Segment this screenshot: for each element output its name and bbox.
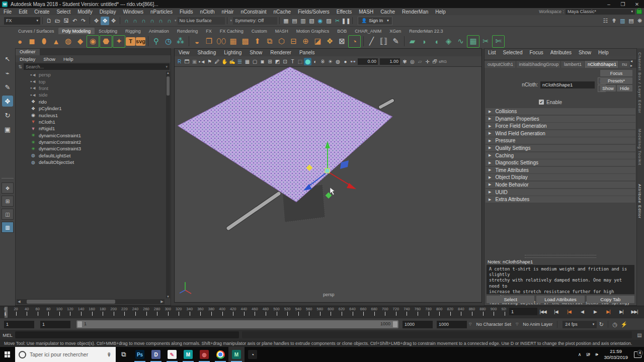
gamma-field[interactable]: 1.00: [380, 58, 400, 65]
range-bar[interactable]: 1 1000: [76, 320, 398, 328]
menu-select[interactable]: Select: [53, 9, 74, 15]
ncloth-plane[interactable]: [178, 67, 392, 202]
section-object-display[interactable]: ▶Object Display: [486, 174, 635, 180]
modeling-toolkit-vertical-tab[interactable]: Modeling Toolkit: [637, 129, 642, 165]
layout-single[interactable]: ❖: [2, 183, 14, 194]
select-camera-icon[interactable]: 🗖: [183, 58, 191, 65]
menu-renderman[interactable]: RenderMan: [398, 9, 432, 15]
uv-unfold-icon[interactable]: ◈: [443, 36, 454, 47]
cylinder-rod[interactable]: [228, 194, 279, 228]
paint-select-tool[interactable]: ✎: [2, 81, 13, 93]
exposure-icon[interactable]: 🗗: [431, 58, 439, 65]
xray-icon[interactable]: 👓: [349, 58, 357, 65]
outliner-horizontal-scrollbar[interactable]: ◀▶: [17, 299, 165, 304]
select-object-icon[interactable]: ✥: [101, 17, 109, 25]
sweep-mesh-icon[interactable]: ◷: [163, 36, 174, 47]
uv-shell-icon[interactable]: ◗: [419, 36, 430, 47]
poly-sphere-icon[interactable]: ●: [14, 36, 26, 47]
uv-editor-icon[interactable]: ▦: [467, 35, 479, 48]
ipr-render-icon[interactable]: ▥: [299, 17, 307, 25]
section-dynamic-properties[interactable]: ▶Dynamic Properties: [486, 116, 635, 122]
shelf-tab-fx[interactable]: FX: [202, 28, 216, 35]
smooth-icon[interactable]: ▦: [227, 36, 239, 47]
open-scene-icon[interactable]: 🗁: [53, 17, 62, 25]
extrude-icon[interactable]: ⬆: [252, 36, 263, 47]
section-pressure[interactable]: ▶Pressure: [486, 137, 635, 144]
render-current-icon[interactable]: ▤: [290, 17, 299, 25]
viewport-menu-lighting[interactable]: Lighting: [220, 50, 246, 55]
step-forward-frame-button[interactable]: ▶|: [615, 307, 628, 317]
shelf-tab-char-anim[interactable]: CHAR_ANIM: [351, 28, 385, 35]
knife-icon[interactable]: ╱: [366, 36, 377, 47]
aa-icon[interactable]: ●: [342, 58, 349, 65]
oscillate-icon[interactable]: ✍: [228, 58, 236, 65]
anim-layer-dropdown[interactable]: No Anim Layer: [520, 321, 555, 328]
viewport-canvas[interactable]: persp: [175, 67, 481, 302]
start-button[interactable]: [0, 347, 15, 362]
wireframe-icon[interactable]: ⬚: [296, 58, 304, 65]
renderer-icon[interactable]: R: [176, 58, 183, 65]
menu-nparticles[interactable]: nParticles: [147, 9, 176, 15]
film-gate-icon[interactable]: ▢: [251, 58, 259, 65]
section-extra-attributes[interactable]: ▶Extra Attributes: [486, 196, 635, 203]
uv-snake-icon[interactable]: ∿: [455, 36, 466, 47]
lasso-tool[interactable]: ⌁: [2, 67, 13, 78]
super-shape-icon[interactable]: ✦: [113, 35, 125, 48]
shelf-tab-mash[interactable]: MASH: [271, 28, 292, 35]
flip-icon[interactable]: ◪: [312, 36, 324, 47]
ncloth-name-input[interactable]: nClothShape1: [540, 81, 595, 88]
mirror-icon[interactable]: ⧉: [264, 36, 275, 47]
gate-mask-icon[interactable]: ⊞: [266, 58, 274, 65]
select-button[interactable]: Select: [487, 296, 534, 303]
hide-button[interactable]: Hide: [617, 85, 632, 92]
shelf-tab-rigging[interactable]: Rigging: [121, 28, 145, 35]
play-forwards-button[interactable]: ▶: [589, 307, 602, 317]
menu-nhair[interactable]: nHair: [218, 9, 237, 15]
undo-icon[interactable]: ↶: [70, 17, 79, 25]
ae-tab-initialShadingGroup[interactable]: initialShadingGroup: [516, 61, 560, 68]
outliner-item-nRigid1[interactable]: ▼nRigid1: [17, 125, 166, 132]
scale-tool[interactable]: ▣: [2, 124, 13, 135]
maya-teal-app[interactable]: M: [180, 347, 196, 362]
uv-fill-icon[interactable]: ▰: [407, 36, 418, 47]
hypershade-icon[interactable]: ◉: [316, 17, 325, 25]
menu-nconstraint[interactable]: nConstraint: [237, 9, 270, 15]
step-forward-key-button[interactable]: ▶|: [602, 307, 615, 317]
svg-icon[interactable]: svg: [136, 37, 145, 46]
auto-keyframe-icon[interactable]: ⚡: [619, 321, 628, 328]
step-back-frame-button[interactable]: |◀: [549, 307, 562, 317]
tray-pc-icon[interactable]: 🖳: [584, 352, 592, 357]
character-set-dropdown[interactable]: No Character Set: [473, 321, 514, 328]
menu-ncache[interactable]: nCache: [270, 9, 294, 15]
outliner-menu-show[interactable]: Show: [39, 56, 59, 62]
outliner-item-side[interactable]: ▪◄side: [17, 92, 166, 98]
shelf-tab-rendering[interactable]: Rendering: [173, 28, 202, 35]
channelbox-toggle-icon[interactable]: ▥: [618, 17, 627, 25]
grid-icon[interactable]: ▦: [244, 58, 251, 65]
snap-point-icon[interactable]: ∩: [139, 17, 148, 25]
filter-icon[interactable]: ⇅: [17, 64, 24, 69]
platonic-solid-icon[interactable]: ⬣: [100, 35, 112, 48]
mel-input[interactable]: [15, 331, 239, 338]
task-view-button[interactable]: ⧉: [116, 347, 132, 362]
ae-tab-nClothShape1[interactable]: nClothShape1: [585, 61, 618, 68]
selection-mask-dropdown[interactable]: FX▾: [4, 17, 40, 25]
circularize-icon[interactable]: ⊕: [300, 36, 311, 47]
menu-file[interactable]: File: [0, 9, 15, 15]
boolean-icon[interactable]: ⬯⬯: [215, 36, 227, 47]
outliner-item-defaultObjectSet[interactable]: ◍defaultObjectSet: [17, 159, 166, 165]
select-component-icon[interactable]: ✥: [109, 17, 118, 25]
shelf-tab-motion-graphics[interactable]: Motion Graphics: [292, 28, 334, 35]
layout-two-side[interactable]: ◫: [2, 209, 14, 220]
uv-sew-icon[interactable]: ✂: [480, 36, 492, 47]
menu-windows[interactable]: Windows: [119, 9, 147, 15]
play-backwards-button[interactable]: ◀: [576, 307, 589, 317]
menu-mash[interactable]: MASH: [355, 9, 377, 15]
action-center-button[interactable]: 4: [631, 351, 644, 358]
attribute-editor-vertical-tab[interactable]: Attribute Editor: [637, 184, 642, 219]
medibang-app[interactable]: ✎: [164, 347, 180, 362]
reduce-icon[interactable]: ▩: [239, 36, 251, 47]
obs-app[interactable]: ◔: [245, 347, 261, 362]
safe-action-icon[interactable]: ⊡: [281, 58, 289, 65]
save-scene-icon[interactable]: 🖫: [62, 17, 70, 25]
